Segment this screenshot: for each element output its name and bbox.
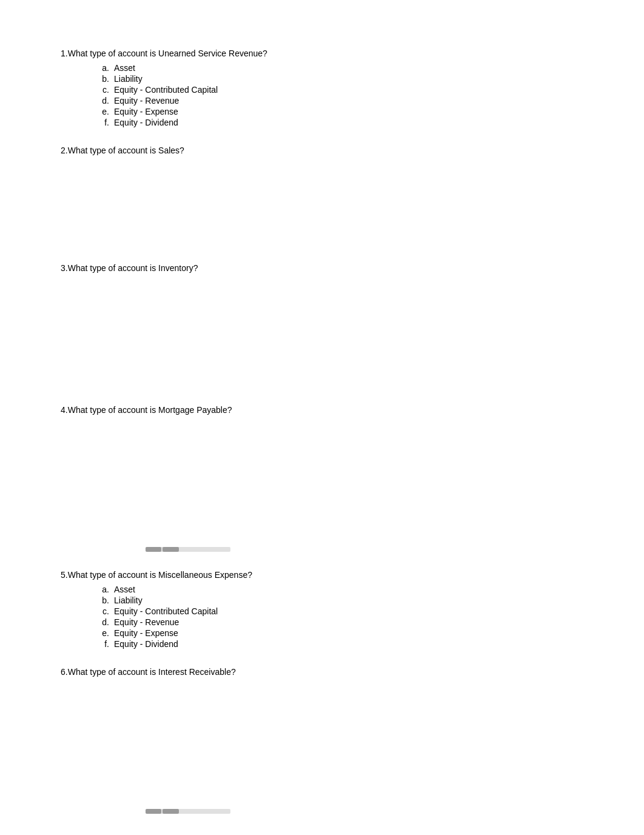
question-4: 4.What type of account is Mortgage Payab…: [61, 405, 583, 529]
list-item: b. Liability: [97, 74, 583, 84]
question-5-options: a. Asset b. Liability c. Equity - Contri…: [61, 585, 583, 649]
question-1-number: 1.: [61, 49, 68, 58]
option-text: Equity - Contributed Capital: [114, 85, 218, 95]
option-label: a.: [97, 63, 109, 73]
question-1-options: a. Asset b. Liability c. Equity - Contri…: [61, 63, 583, 127]
question-1: 1.What type of account is Unearned Servi…: [61, 49, 583, 127]
progress-segment-filled: [146, 547, 161, 552]
question-1-body: What type of account is Unearned Service…: [68, 49, 267, 58]
option-text: Equity - Dividend: [114, 118, 178, 127]
question-6-number: 6.: [61, 667, 68, 677]
progress-bar-1: [146, 547, 230, 552]
option-text: Equity - Expense: [114, 628, 178, 638]
question-6-spacer: [61, 682, 583, 791]
option-label: e.: [97, 628, 109, 638]
option-label: b.: [97, 74, 109, 84]
question-5-number: 5.: [61, 570, 68, 580]
progress-segment-empty: [215, 809, 230, 814]
progress-segment-empty: [197, 809, 213, 814]
list-item: a. Asset: [97, 63, 583, 73]
option-text: Liability: [114, 74, 143, 84]
question-2-spacer: [61, 160, 583, 245]
progress-segment-empty: [215, 547, 230, 552]
option-text: Equity - Dividend: [114, 639, 178, 649]
question-3-spacer: [61, 278, 583, 387]
question-4-body: What type of account is Mortgage Payable…: [68, 405, 232, 415]
question-6: 6.What type of account is Interest Recei…: [61, 667, 583, 791]
list-item: f. Equity - Dividend: [97, 118, 583, 127]
question-5: 5.What type of account is Miscellaneous …: [61, 570, 583, 649]
option-label: d.: [97, 96, 109, 106]
list-item: c. Equity - Contributed Capital: [97, 606, 583, 616]
option-label: f.: [97, 118, 109, 127]
question-6-body: What type of account is Interest Receiva…: [68, 667, 236, 677]
list-item: c. Equity - Contributed Capital: [97, 85, 583, 95]
option-label: c.: [97, 85, 109, 95]
option-label: e.: [97, 107, 109, 116]
question-4-text: 4.What type of account is Mortgage Payab…: [61, 405, 583, 415]
list-item: a. Asset: [97, 585, 583, 594]
progress-segment-empty: [180, 809, 196, 814]
progress-segment-empty: [197, 547, 213, 552]
option-text: Equity - Revenue: [114, 96, 179, 106]
question-2-body: What type of account is Sales?: [68, 146, 184, 155]
option-text: Asset: [114, 63, 135, 73]
option-label: a.: [97, 585, 109, 594]
option-label: b.: [97, 595, 109, 605]
question-3-number: 3.: [61, 263, 68, 273]
question-3: 3.What type of account is Inventory?: [61, 263, 583, 387]
list-item: b. Liability: [97, 595, 583, 605]
question-6-text: 6.What type of account is Interest Recei…: [61, 667, 583, 677]
option-label: c.: [97, 606, 109, 616]
question-4-spacer: [61, 420, 583, 529]
option-text: Liability: [114, 595, 143, 605]
list-item: d. Equity - Revenue: [97, 96, 583, 106]
question-2-number: 2.: [61, 146, 68, 155]
option-label: f.: [97, 639, 109, 649]
option-label: d.: [97, 617, 109, 627]
question-3-body: What type of account is Inventory?: [68, 263, 198, 273]
progress-segment-empty: [180, 547, 196, 552]
progress-segment-filled: [146, 809, 161, 814]
question-5-text: 5.What type of account is Miscellaneous …: [61, 570, 583, 580]
list-item: e. Equity - Expense: [97, 628, 583, 638]
option-text: Equity - Revenue: [114, 617, 179, 627]
option-text: Asset: [114, 585, 135, 594]
list-item: e. Equity - Expense: [97, 107, 583, 116]
question-3-text: 3.What type of account is Inventory?: [61, 263, 583, 273]
question-2: 2.What type of account is Sales?: [61, 146, 583, 245]
progress-segment-filled: [163, 809, 178, 814]
list-item: d. Equity - Revenue: [97, 617, 583, 627]
question-4-number: 4.: [61, 405, 68, 415]
option-text: Equity - Contributed Capital: [114, 606, 218, 616]
option-text: Equity - Expense: [114, 107, 178, 116]
question-5-body: What type of account is Miscellaneous Ex…: [68, 570, 252, 580]
question-2-text: 2.What type of account is Sales?: [61, 146, 583, 155]
progress-segment-filled: [163, 547, 178, 552]
question-1-text: 1.What type of account is Unearned Servi…: [61, 49, 583, 58]
list-item: f. Equity - Dividend: [97, 639, 583, 649]
progress-bar-2: [146, 809, 230, 814]
